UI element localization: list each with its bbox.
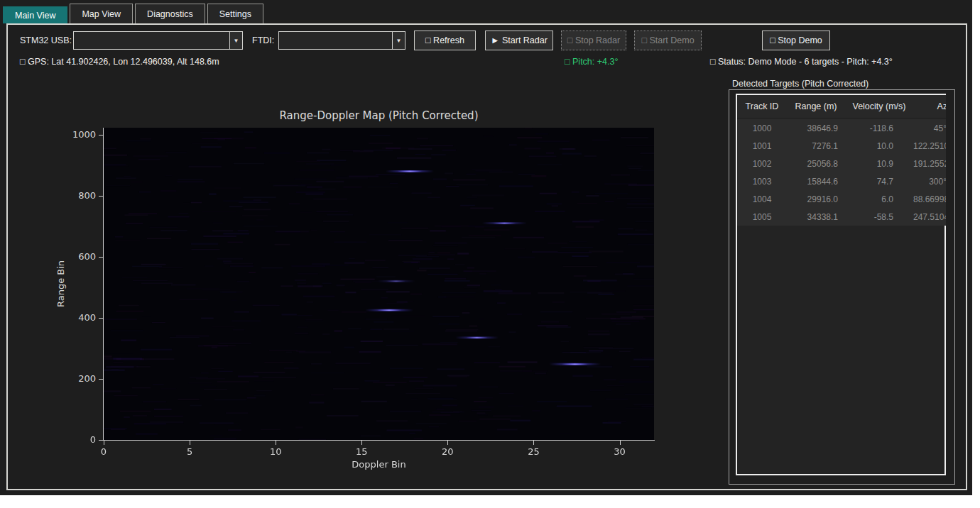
- table-cell: 122.2510: [913, 141, 946, 151]
- y-tick-mark: [99, 318, 103, 319]
- targets-table-header: Track ID Range (m) Velocity (m/s) Azimut…: [737, 95, 946, 118]
- table-cell: 6.0: [845, 194, 913, 204]
- table-cell: 1003: [737, 177, 787, 187]
- ftdi-label: FTDI:: [252, 35, 274, 45]
- y-axis-spine: [103, 128, 104, 441]
- table-cell: 1001: [737, 141, 787, 151]
- y-axis-label: Range Bin: [55, 260, 66, 307]
- stop-radar-button[interactable]: □ Stop Radar: [561, 31, 626, 50]
- table-cell: 7276.1: [787, 141, 845, 151]
- table-cell: 300°: [913, 177, 946, 187]
- x-tick-label: 30: [606, 446, 634, 457]
- ftdi-combobox-value: [279, 32, 392, 49]
- y-tick-mark: [99, 379, 103, 380]
- y-tick-label: 200: [43, 373, 96, 384]
- start-demo-button[interactable]: □ Start Demo: [634, 31, 702, 50]
- x-tick-mark: [276, 441, 276, 445]
- column-header-track-id[interactable]: Track ID: [737, 101, 787, 111]
- table-cell: 45°: [913, 123, 946, 133]
- column-header-azimuth[interactable]: Azimuth: [913, 101, 946, 111]
- x-tick-label: 25: [519, 446, 548, 457]
- table-cell: 10.9: [845, 159, 913, 169]
- tab-settings[interactable]: Settings: [207, 4, 263, 23]
- y-tick-label: 1000: [43, 129, 96, 140]
- table-cell: 74.7: [845, 177, 913, 187]
- stop-demo-button[interactable]: □ Stop Demo: [762, 31, 830, 50]
- chart-title: Range-Doppler Map (Pitch Corrected): [104, 109, 654, 122]
- y-tick-mark: [99, 257, 103, 258]
- table-cell: 1002: [737, 159, 787, 169]
- heatmap-canvas: [104, 128, 654, 440]
- y-tick-mark: [99, 196, 103, 197]
- targets-group-title: Detected Targets (Pitch Corrected): [732, 79, 869, 89]
- tab-bar: Main View Map View Diagnostics Settings: [3, 4, 263, 23]
- x-tick-mark: [190, 441, 190, 445]
- y-tick-label: 0: [43, 434, 96, 445]
- column-header-range[interactable]: Range (m): [787, 101, 845, 111]
- tab-map-view[interactable]: Map View: [70, 4, 133, 23]
- pitch-indicator: □ Pitch: +4.3°: [565, 57, 618, 67]
- ftdi-combobox[interactable]: ▼: [278, 31, 405, 50]
- table-cell: 34338.1: [787, 212, 845, 222]
- start-radar-button[interactable]: ► Start Radar: [485, 31, 553, 50]
- table-cell: 1000: [737, 123, 787, 133]
- refresh-button[interactable]: □ Refresh: [414, 31, 476, 50]
- y-tick-mark: [99, 135, 103, 136]
- chevron-down-icon[interactable]: ▼: [392, 32, 405, 49]
- table-cell: 1004: [737, 194, 787, 204]
- x-tick-label: 0: [89, 446, 118, 457]
- table-cell: 88.66998: [913, 194, 946, 204]
- table-row[interactable]: 100038646.9-118.645°: [737, 119, 946, 137]
- x-axis-label: Doppler Bin: [104, 459, 654, 470]
- demo-status-text: □ Status: Demo Mode - 6 targets - Pitch:…: [710, 57, 893, 67]
- x-axis-spine: [103, 440, 655, 441]
- tab-main-view[interactable]: Main View: [3, 6, 67, 23]
- x-tick-label: 5: [175, 446, 204, 457]
- x-tick-mark: [620, 441, 621, 445]
- table-cell: 10.0: [845, 141, 913, 151]
- chevron-down-icon[interactable]: ▼: [229, 32, 242, 49]
- table-cell: 29916.0: [787, 194, 845, 204]
- gps-status-text: □ GPS: Lat 41.902426, Lon 12.496039, Alt…: [20, 57, 219, 67]
- table-row[interactable]: 100429916.06.088.66998: [737, 190, 946, 208]
- stm32-usb-label: STM32 USB:: [20, 35, 72, 45]
- x-tick-mark: [104, 441, 104, 445]
- x-tick-label: 10: [261, 446, 290, 457]
- table-row[interactable]: 100534338.1-58.5247.5104: [737, 208, 946, 226]
- table-row[interactable]: 10017276.110.0122.2510: [737, 137, 946, 155]
- table-cell: 15844.6: [787, 177, 845, 187]
- table-row[interactable]: 100225056.810.9191.2552: [737, 155, 946, 172]
- table-cell: 247.5104: [913, 212, 946, 222]
- y-tick-label: 800: [43, 190, 96, 201]
- table-row[interactable]: 100315844.674.7300°: [737, 172, 946, 190]
- table-cell: 191.2552: [913, 159, 946, 169]
- x-tick-mark: [447, 441, 448, 445]
- y-tick-label: 600: [43, 251, 96, 262]
- stm32-usb-combobox[interactable]: ▼: [73, 31, 243, 50]
- table-cell: -58.5: [845, 212, 913, 222]
- app-window: Main View Map View Diagnostics Settings …: [0, 0, 972, 495]
- table-cell: -118.6: [845, 123, 913, 133]
- targets-table[interactable]: Track ID Range (m) Velocity (m/s) Azimut…: [736, 94, 946, 475]
- x-tick-label: 15: [347, 446, 376, 457]
- column-header-velocity[interactable]: Velocity (m/s): [845, 101, 913, 111]
- table-cell: 1005: [737, 212, 787, 222]
- tab-diagnostics[interactable]: Diagnostics: [135, 4, 205, 23]
- range-doppler-heatmap[interactable]: [104, 128, 654, 440]
- table-cell: 25056.8: [787, 159, 845, 169]
- x-tick-mark: [533, 441, 534, 445]
- table-cell: 38646.9: [787, 123, 845, 133]
- table-scrollbar[interactable]: [944, 226, 946, 474]
- y-tick-label: 400: [43, 312, 96, 323]
- stm32-usb-combobox-value: [74, 32, 229, 49]
- x-tick-mark: [361, 441, 362, 445]
- y-tick-mark: [99, 440, 103, 441]
- x-tick-label: 20: [433, 446, 462, 457]
